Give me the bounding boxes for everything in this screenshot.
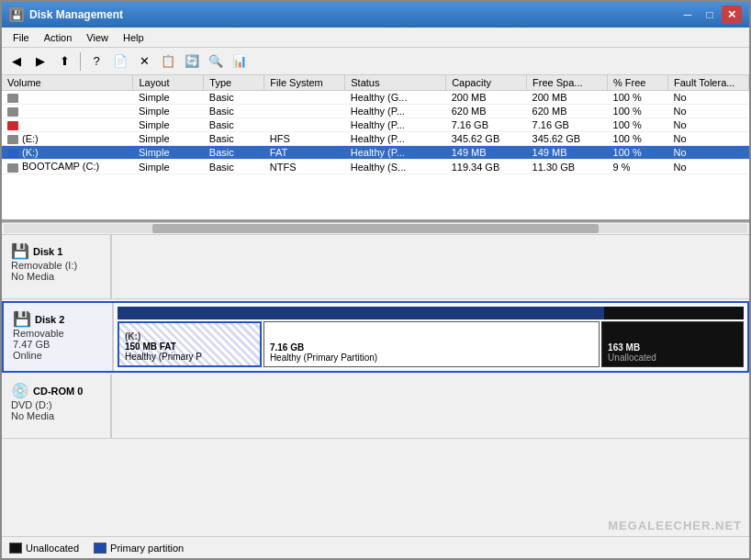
chart-button[interactable]: 📊 xyxy=(229,50,251,73)
table-row[interactable]: (K:) Simple Basic FAT Healthy (P... 149 … xyxy=(2,146,749,160)
partition-unalloc-label: Unallocated xyxy=(608,353,737,363)
col-freespace[interactable]: Free Spa... xyxy=(527,75,608,91)
table-header-row: Volume Layout Type File System Status Ca… xyxy=(2,75,749,91)
properties-button[interactable]: 📄 xyxy=(109,50,131,73)
menu-view[interactable]: View xyxy=(79,30,116,45)
disk-2-type: Removable xyxy=(13,328,103,339)
table-row[interactable]: Simple Basic Healthy (G... 200 MB 200 MB… xyxy=(2,91,749,105)
disk-2-label: 💾 Disk 2 Removable 7.47 GB Online xyxy=(4,303,114,371)
partition-716-size: 7.16 GB xyxy=(270,342,593,353)
disk-2-status: Online xyxy=(13,350,103,361)
partition-k-type: Healthy (Primary P xyxy=(125,352,254,362)
cdrom-status: No Media xyxy=(11,410,101,421)
scrollbar-thumb[interactable] xyxy=(152,224,599,233)
legend-box-primary xyxy=(94,543,106,554)
col-filesystem[interactable]: File System xyxy=(264,75,345,91)
cdrom-type: DVD (D:) xyxy=(11,399,101,410)
partition-k-size: 150 MB FAT xyxy=(125,342,254,352)
minimize-button[interactable]: ─ xyxy=(678,6,698,24)
forward-button[interactable]: ▶ xyxy=(29,50,51,73)
delete-button[interactable]: ✕ xyxy=(133,50,155,73)
disk-row-cdrom: 💿 CD-ROM 0 DVD (D:) No Media xyxy=(2,375,749,439)
close-button[interactable]: ✕ xyxy=(722,6,742,24)
watermark: MEGALEECHER.NET xyxy=(608,519,742,532)
disk-2-size: 7.47 GB xyxy=(13,339,103,350)
col-fault[interactable]: Fault Tolera... xyxy=(667,75,748,91)
legend-primary: Primary partition xyxy=(94,543,184,554)
table-row[interactable]: Simple Basic Healthy (P... 7.16 GB 7.16 … xyxy=(2,118,749,132)
menu-file[interactable]: File xyxy=(6,30,37,45)
col-volume[interactable]: Volume xyxy=(2,75,133,91)
legend-box-unallocated xyxy=(9,543,22,554)
main-content: Volume Layout Type File System Status Ca… xyxy=(2,75,749,536)
help-button[interactable]: ? xyxy=(85,50,107,73)
volume-list-pane[interactable]: Volume Layout Type File System Status Ca… xyxy=(2,75,749,222)
table-row[interactable]: Simple Basic Healthy (P... 620 MB 620 MB… xyxy=(2,105,749,118)
partition-716-type: Healthy (Primary Partition) xyxy=(270,353,593,363)
menu-help[interactable]: Help xyxy=(116,30,151,45)
search-button[interactable]: 🔍 xyxy=(205,50,227,73)
legend-label-unallocated: Unallocated xyxy=(26,543,79,554)
partition-716gb[interactable]: 7.16 GB Healthy (Primary Partition) xyxy=(263,321,600,367)
disk-2-name: Disk 2 xyxy=(35,314,64,325)
table-row[interactable]: (E:) Simple Basic HFS Healthy (P... 345.… xyxy=(2,132,749,146)
legend-unallocated: Unallocated xyxy=(9,543,79,554)
maximize-button[interactable]: □ xyxy=(700,6,720,24)
window-controls: ─ □ ✕ xyxy=(678,6,742,24)
cdrom-label: 💿 CD-ROM 0 DVD (D:) No Media xyxy=(2,375,112,438)
disk-1-name: Disk 1 xyxy=(33,246,62,257)
disk-management-window: 💾 Disk Management ─ □ ✕ File Action View… xyxy=(0,0,751,560)
partition-k[interactable]: (K:) 150 MB FAT Healthy (Primary P xyxy=(118,321,262,367)
app-icon: 💾 xyxy=(9,7,24,22)
menu-action[interactable]: Action xyxy=(37,30,80,45)
footer-legend: Unallocated Primary partition xyxy=(2,536,749,558)
scrollbar-track xyxy=(4,224,747,233)
toolbar: ◀ ▶ ⬆ ? 📄 ✕ 📋 🔄 🔍 📊 xyxy=(2,48,749,75)
disk-2-partitions: (K:) 150 MB FAT Healthy (Primary P 7.16 … xyxy=(118,321,744,367)
disk-map-pane[interactable]: 💾 Disk 1 Removable (I:) No Media 💾 Disk … xyxy=(2,235,749,536)
disk-row-2[interactable]: 💾 Disk 2 Removable 7.47 GB Online xyxy=(2,301,749,373)
partition-unallocated[interactable]: 163 MB Unallocated xyxy=(601,321,744,367)
window-title: Disk Management xyxy=(29,8,678,21)
disk-1-label: 💾 Disk 1 Removable (I:) No Media xyxy=(2,235,112,298)
refresh-button[interactable]: 🔄 xyxy=(181,50,203,73)
partition-unalloc-size: 163 MB xyxy=(608,342,737,353)
disk-2-header-bar xyxy=(118,307,744,319)
disk-row-1: 💾 Disk 1 Removable (I:) No Media xyxy=(2,235,749,299)
up-button[interactable]: ⬆ xyxy=(53,50,75,73)
disk-1-status: No Media xyxy=(11,271,101,282)
menu-bar: File Action View Help xyxy=(2,28,749,48)
horizontal-scrollbar[interactable] xyxy=(2,222,749,235)
col-layout[interactable]: Layout xyxy=(133,75,204,91)
disk-1-type: Removable (I:) xyxy=(11,260,101,271)
col-pctfree[interactable]: % Free xyxy=(608,75,668,91)
partition-k-name: (K:) xyxy=(125,331,254,342)
copy-button[interactable]: 📋 xyxy=(157,50,179,73)
col-type[interactable]: Type xyxy=(204,75,264,91)
disk-2-map: (K:) 150 MB FAT Healthy (Primary P 7.16 … xyxy=(114,303,747,371)
separator-1 xyxy=(80,52,81,71)
back-button[interactable]: ◀ xyxy=(6,50,28,73)
title-bar: 💾 Disk Management ─ □ ✕ xyxy=(2,2,749,28)
cdrom-map xyxy=(112,375,749,438)
cdrom-name: CD-ROM 0 xyxy=(33,386,83,397)
disk-1-map xyxy=(112,235,749,298)
col-capacity[interactable]: Capacity xyxy=(446,75,527,91)
legend-label-primary: Primary partition xyxy=(110,543,184,554)
table-row[interactable]: BOOTCAMP (C:) Simple Basic NTFS Healthy … xyxy=(2,160,749,174)
volume-table: Volume Layout Type File System Status Ca… xyxy=(2,75,749,174)
col-status[interactable]: Status xyxy=(345,75,446,91)
